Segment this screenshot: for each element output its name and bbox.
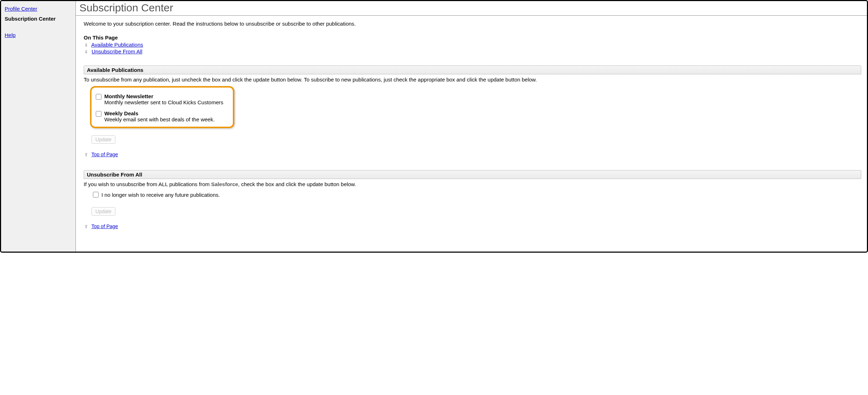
nav-help[interactable]: Help (3, 30, 73, 40)
publication-title: Weekly Deals (104, 110, 215, 116)
unsubscribe-checkbox-label: I no longer wish to receive any future p… (101, 192, 220, 198)
update-unsubscribe-button[interactable]: Update (91, 207, 115, 216)
welcome-text: Welcome to your subscription center. Rea… (84, 21, 861, 27)
unsubscribe-all-checkbox[interactable] (93, 192, 99, 197)
on-this-page-list: ⇩ Available Publications ⇩ Unsubscribe F… (84, 41, 861, 55)
app-frame: Profile Center Subscription Center Help … (0, 0, 868, 253)
publication-checkbox-weekly-deals[interactable] (96, 111, 101, 117)
available-publications-instruction: To unsubscribe from any publication, jus… (84, 77, 861, 83)
up-arrow-icon: ⇧ (84, 152, 89, 157)
nav-subscription-center: Subscription Center (3, 14, 73, 24)
top-of-page-link[interactable]: Top of Page (91, 223, 118, 229)
publication-title: Monthly Newsletter (104, 93, 223, 99)
main-content: Subscription Center Welcome to your subs… (76, 1, 867, 252)
top-of-page-link[interactable]: Top of Page (91, 152, 118, 157)
update-available-button[interactable]: Update (91, 135, 115, 144)
sidebar: Profile Center Subscription Center Help (1, 1, 76, 252)
available-publications-header: Available Publications (84, 65, 861, 74)
content-area: Welcome to your subscription center. Rea… (76, 16, 867, 238)
otp-unsubscribe-from-all-link[interactable]: Unsubscribe From All (91, 48, 142, 54)
on-this-page-heading: On This Page (84, 35, 861, 41)
publication-row: Monthly Newsletter Monthly newsletter se… (96, 93, 226, 105)
unsubscribe-from-all-header: Unsubscribe From All (84, 170, 861, 179)
down-arrow-icon: ⇩ (84, 49, 89, 54)
publication-checkbox-monthly-newsletter[interactable] (96, 94, 101, 100)
page-title: Subscription Center (76, 1, 867, 16)
publication-row: Weekly Deals Weekly email sent with best… (96, 110, 226, 122)
unsubscribe-instruction-prefix: If you wish to unsubscribe from ALL publ… (84, 181, 211, 187)
publication-text: Monthly Newsletter Monthly newsletter se… (104, 93, 223, 105)
publication-text: Weekly Deals Weekly email sent with best… (104, 110, 215, 122)
otp-available-publications-link[interactable]: Available Publications (91, 42, 143, 48)
nav-profile-center[interactable]: Profile Center (3, 4, 73, 14)
publication-description: Weekly email sent with best deals of the… (104, 116, 215, 122)
unsubscribe-sender-name: Salesforce (211, 181, 238, 187)
publication-description: Monthly newsletter sent to Cloud Kicks C… (104, 99, 223, 105)
down-arrow-icon: ⇩ (84, 43, 89, 48)
publications-highlight-box: Monthly Newsletter Monthly newsletter se… (90, 86, 234, 128)
unsubscribe-instruction-suffix: , check the box and click the update but… (238, 181, 356, 187)
unsubscribe-instruction: If you wish to unsubscribe from ALL publ… (84, 181, 861, 187)
up-arrow-icon: ⇧ (84, 224, 89, 229)
unsubscribe-row: I no longer wish to receive any future p… (91, 191, 861, 199)
